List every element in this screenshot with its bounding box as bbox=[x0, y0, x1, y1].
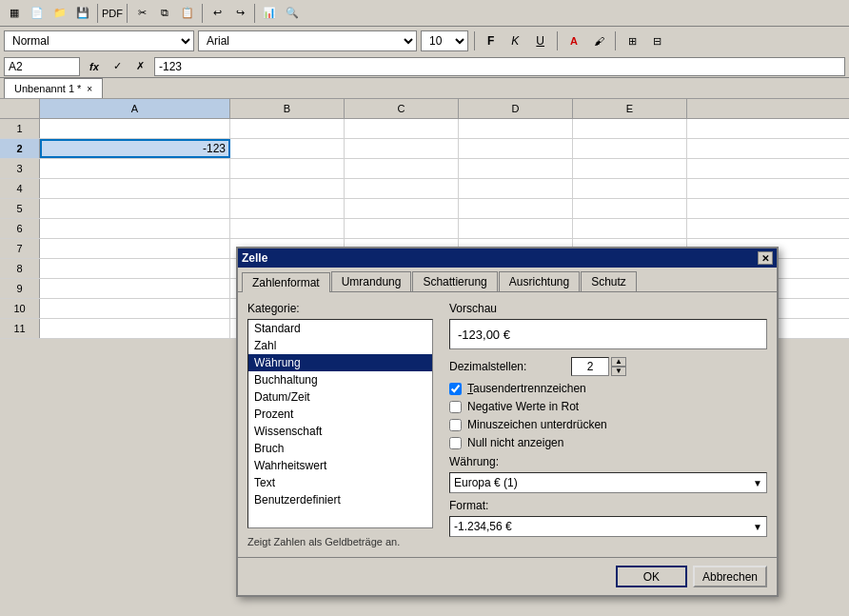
toolbar-row1: ▦ 📄 📁 💾 PDF ✂ ⧉ 📋 ↩ ↪ 📊 🔍 bbox=[0, 0, 849, 27]
cell-a3[interactable] bbox=[40, 159, 230, 178]
cell-a4[interactable] bbox=[40, 179, 230, 198]
category-datum[interactable]: Datum/Zeit bbox=[248, 388, 432, 406]
format-value: -1.234,56 € bbox=[454, 520, 512, 533]
col-header-c[interactable]: C bbox=[345, 99, 459, 118]
save-icon[interactable]: 💾 bbox=[72, 3, 93, 24]
col-header-e[interactable]: E bbox=[573, 99, 687, 118]
formula-check-icon[interactable]: ✓ bbox=[107, 56, 128, 77]
tab-zahlenformat[interactable]: Zahlenformat bbox=[242, 272, 330, 292]
pdf-icon[interactable]: PDF bbox=[102, 3, 123, 24]
border-icon[interactable]: ⊞ bbox=[622, 30, 642, 51]
folder-icon[interactable]: 📁 bbox=[49, 3, 70, 24]
size-dropdown[interactable]: 10 bbox=[421, 30, 468, 51]
col-header-b[interactable]: B bbox=[230, 99, 345, 118]
font-dropdown[interactable]: Arial bbox=[198, 30, 417, 51]
cut-icon[interactable]: ✂ bbox=[131, 3, 152, 24]
dialog-close-button[interactable]: ✕ bbox=[758, 251, 773, 265]
cell-d1[interactable] bbox=[459, 119, 573, 138]
waehrung-dropdown[interactable]: Europa € (1) ▼ bbox=[449, 472, 767, 493]
cell-b1[interactable] bbox=[230, 119, 345, 138]
cell-d3[interactable] bbox=[459, 159, 573, 178]
tausend-checkbox[interactable] bbox=[449, 383, 462, 395]
category-list[interactable]: Standard Zahl Währung Buchhaltung Datum/… bbox=[247, 319, 433, 528]
category-prozent[interactable]: Prozent bbox=[248, 406, 432, 423]
redo-icon[interactable]: ↪ bbox=[229, 3, 250, 24]
cell-a6[interactable] bbox=[40, 219, 230, 238]
null-checkbox[interactable] bbox=[449, 437, 462, 449]
formula-content[interactable]: -123 bbox=[154, 57, 845, 76]
cell-b6[interactable] bbox=[230, 219, 345, 238]
tab-ausrichtung[interactable]: Ausrichtung bbox=[499, 271, 580, 291]
minus-checkbox[interactable] bbox=[449, 419, 462, 431]
category-buchhaltung[interactable]: Buchhaltung bbox=[248, 371, 432, 388]
category-waehrung[interactable]: Währung bbox=[248, 354, 432, 371]
cell-b4[interactable] bbox=[230, 179, 345, 198]
category-wissenschaft[interactable]: Wissenschaft bbox=[248, 423, 432, 440]
spin-up-button[interactable]: ▲ bbox=[611, 357, 626, 367]
category-standard[interactable]: Standard bbox=[248, 320, 432, 337]
cell-c4[interactable] bbox=[345, 179, 459, 198]
file-icon[interactable]: 📄 bbox=[27, 3, 48, 24]
highlight-icon[interactable]: 🖌 bbox=[588, 30, 609, 51]
cell-d6[interactable] bbox=[459, 219, 573, 238]
col-header-d[interactable]: D bbox=[459, 99, 573, 118]
cell-e4[interactable] bbox=[573, 179, 687, 198]
cell-reference[interactable]: A2 bbox=[4, 57, 80, 76]
cell-a1[interactable] bbox=[40, 119, 230, 138]
cell-a8[interactable] bbox=[40, 259, 230, 278]
copy-icon[interactable]: ⧉ bbox=[154, 3, 175, 24]
undo-icon[interactable]: ↩ bbox=[207, 3, 227, 24]
bold-button[interactable]: F bbox=[481, 30, 501, 51]
cell-a7[interactable] bbox=[40, 239, 230, 258]
tab-schattierung[interactable]: Schattierung bbox=[412, 271, 497, 291]
tab-schutz[interactable]: Schutz bbox=[581, 271, 637, 291]
cell-e6[interactable] bbox=[573, 219, 687, 238]
negative-checkbox[interactable] bbox=[449, 401, 462, 413]
formula-fx-icon[interactable]: fx bbox=[84, 56, 105, 77]
category-zahl[interactable]: Zahl bbox=[248, 337, 432, 354]
cell-a9[interactable] bbox=[40, 279, 230, 298]
merge-icon[interactable]: ⊟ bbox=[646, 30, 667, 51]
cell-e5[interactable] bbox=[573, 199, 687, 218]
category-benutzerdefiniert[interactable]: Benutzerdefiniert bbox=[248, 491, 432, 508]
cell-c2[interactable] bbox=[345, 139, 459, 158]
style-dropdown[interactable]: Normal bbox=[4, 30, 194, 51]
menu-icon[interactable]: ▦ bbox=[4, 3, 25, 24]
cell-b3[interactable] bbox=[230, 159, 345, 178]
cell-d5[interactable] bbox=[459, 199, 573, 218]
chart-icon[interactable]: 📊 bbox=[259, 3, 280, 24]
sheet-tab-close[interactable]: × bbox=[87, 84, 92, 94]
sheet-tab[interactable]: Unbenannt 1 * × bbox=[4, 78, 103, 98]
format-dropdown[interactable]: -1.234,56 € ▼ bbox=[449, 516, 767, 537]
cell-a2[interactable]: -123 bbox=[40, 139, 230, 158]
cell-c6[interactable] bbox=[345, 219, 459, 238]
ok-button[interactable]: OK bbox=[616, 566, 687, 587]
tab-umrandung[interactable]: Umrandung bbox=[331, 271, 412, 291]
dezimalstellen-input[interactable] bbox=[571, 357, 609, 376]
cell-c5[interactable] bbox=[345, 199, 459, 218]
cell-c1[interactable] bbox=[345, 119, 459, 138]
col-header-a[interactable]: A bbox=[40, 99, 230, 118]
cell-a10[interactable] bbox=[40, 299, 230, 318]
category-bruch[interactable]: Bruch bbox=[248, 440, 432, 457]
spin-down-button[interactable]: ▼ bbox=[611, 367, 626, 376]
category-text[interactable]: Text bbox=[248, 474, 432, 491]
underline-button[interactable]: U bbox=[529, 30, 551, 51]
cell-e1[interactable] bbox=[573, 119, 687, 138]
cell-a5[interactable] bbox=[40, 199, 230, 218]
italic-button[interactable]: K bbox=[504, 30, 525, 51]
paste-icon[interactable]: 📋 bbox=[177, 3, 198, 24]
cell-b5[interactable] bbox=[230, 199, 345, 218]
cell-d4[interactable] bbox=[459, 179, 573, 198]
formula-x-icon[interactable]: ✗ bbox=[129, 56, 150, 77]
cell-c3[interactable] bbox=[345, 159, 459, 178]
cancel-button[interactable]: Abbrechen bbox=[693, 566, 767, 587]
cell-a11[interactable] bbox=[40, 319, 230, 338]
category-wahrheitswert[interactable]: Wahrheitswert bbox=[248, 457, 432, 474]
cell-e3[interactable] bbox=[573, 159, 687, 178]
zoom-icon[interactable]: 🔍 bbox=[282, 3, 303, 24]
cell-b2[interactable] bbox=[230, 139, 345, 158]
cell-d2[interactable] bbox=[459, 139, 573, 158]
font-color-icon[interactable]: A bbox=[563, 30, 584, 51]
cell-e2[interactable] bbox=[573, 139, 687, 158]
